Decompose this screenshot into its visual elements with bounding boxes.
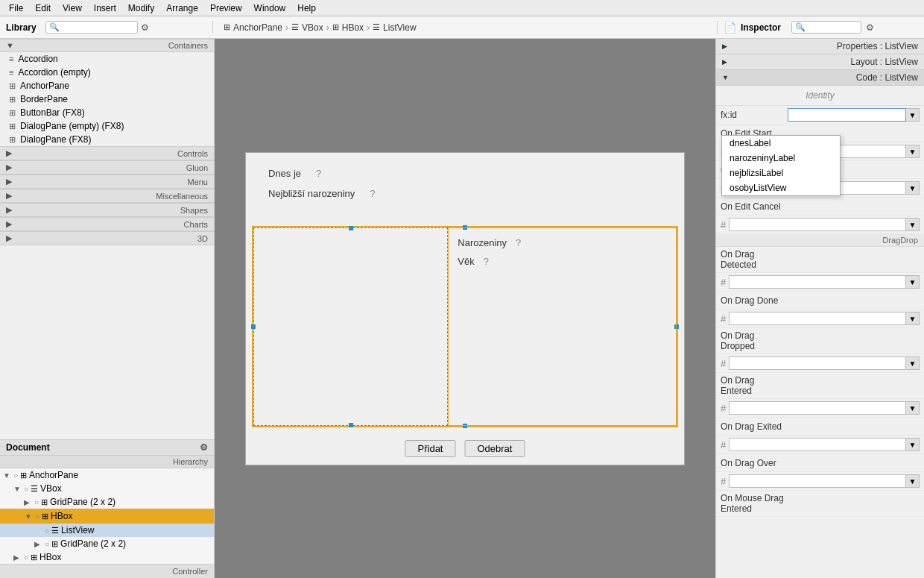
drag-detected-combo-group[interactable]: ▼ (729, 275, 920, 289)
section-3d[interactable]: ▶ 3D (0, 231, 214, 245)
drag-exited-combo-group[interactable]: ▼ (729, 438, 920, 451)
drag-entered-arrow[interactable]: ▼ (906, 401, 920, 415)
drag-over-input[interactable] (729, 474, 906, 488)
drag-exited-hash: # (721, 439, 726, 450)
menu-preview[interactable]: Preview (204, 1, 248, 15)
edit-cancel-input-group[interactable]: ▼ (729, 218, 920, 231)
pridat-button[interactable]: Přidat (405, 440, 456, 457)
fxml-buttons: Přidat Odebrat (405, 440, 525, 457)
section-charts[interactable]: ▶ Charts (0, 217, 214, 231)
fxid-dropdown[interactable]: dnesLabel narozeninyLabel nejblizsiLabel… (721, 135, 841, 196)
fxid-combo[interactable]: ▼ (788, 108, 920, 122)
dropdown-item-narozeniny[interactable]: narozeninyLabel (722, 151, 840, 166)
vbox-expand-icon[interactable]: ▼ (13, 485, 24, 493)
tree-hbox2[interactable]: ▶ ○ ⊞ HBox (0, 550, 214, 564)
drag-dropped-combo-group[interactable]: ▼ (729, 356, 920, 370)
menu-window[interactable]: Window (248, 1, 292, 15)
grid2-expand-icon[interactable]: ▶ (34, 540, 45, 548)
on-drag-detected-row: On Drag Detected (716, 247, 924, 273)
library-scroll[interactable]: ▼ Containers ≡ Accordion ≡ Accordion (em… (0, 39, 214, 439)
drag-over-combo-group[interactable]: ▼ (729, 474, 920, 488)
section-menu[interactable]: ▶ Menu (0, 175, 214, 189)
hbox-expand-icon[interactable]: ▼ (25, 512, 35, 521)
dragdrop-header: DragDrop (716, 234, 924, 247)
menu-insert[interactable]: Insert (88, 1, 122, 15)
drag-dropped-input[interactable] (729, 356, 906, 370)
inspector-search-input[interactable] (806, 23, 858, 32)
left-panel: ▼ Containers ≡ Accordion ≡ Accordion (em… (0, 39, 215, 578)
menu-label: Menu (187, 178, 208, 186)
tree-hbox[interactable]: ▼ ○ ⊞ HBox (0, 509, 214, 524)
odebrat-button[interactable]: Odebrat (464, 440, 525, 457)
anchor-expand-icon[interactable]: ▼ (3, 471, 13, 480)
drag-detected-arrow[interactable]: ▼ (906, 275, 920, 289)
breadcrumb-listview[interactable]: ListView (383, 22, 416, 33)
breadcrumb-anchorpane[interactable]: AnchorPane (233, 22, 282, 33)
on-drag-dropped-row: On Drag Dropped (716, 328, 924, 354)
tree-vbox[interactable]: ▼ ○ ☰ VBox (0, 482, 214, 495)
item-borderpane[interactable]: ⊞ BorderPane (0, 92, 214, 106)
section-miscellaneous[interactable]: ▶ Miscellaneous (0, 189, 214, 203)
grid2-circle-icon: ○ (45, 540, 49, 548)
drag-done-arrow[interactable]: ▼ (906, 312, 920, 325)
tree-gridpane1[interactable]: ▶ ○ ⊞ GridPane (2 x 2) (0, 495, 214, 509)
fxid-input[interactable] (788, 108, 906, 122)
menu-edit[interactable]: Edit (29, 1, 57, 15)
grid1-expand-icon[interactable]: ▶ (24, 498, 34, 506)
dropdown-item-nejblizsi[interactable]: nejblizsiLabel (722, 166, 840, 180)
canvas-narozeniny-val: ? (516, 237, 521, 248)
breadcrumb-hbox[interactable]: HBox (342, 22, 364, 33)
item-anchorpane[interactable]: ⊞ AnchorPane (0, 79, 214, 92)
inspector-properties-section[interactable]: ▶ Properties : ListView (716, 39, 924, 54)
drag-entered-combo-group[interactable]: ▼ (729, 401, 920, 415)
item-accordion[interactable]: ≡ Accordion (0, 52, 214, 66)
lv-handle-top (349, 226, 353, 230)
section-controls[interactable]: ▶ Controls (0, 146, 214, 160)
edit-commit-arrow[interactable]: ▼ (906, 181, 920, 195)
tree-gridpane2[interactable]: ▶ ○ ⊞ GridPane (2 x 2) (0, 537, 214, 550)
drag-detected-input[interactable] (729, 275, 906, 289)
drag-over-arrow[interactable]: ▼ (906, 474, 920, 488)
drag-exited-input[interactable] (729, 438, 906, 451)
edit-cancel-arrow[interactable]: ▼ (906, 218, 920, 231)
right-panel: ▶ Properties : ListView ▶ Layout : ListV… (715, 39, 924, 578)
tree-anchorpane[interactable]: ▼ ○ ⊞ AnchorPane (0, 468, 214, 482)
inspector-code-section[interactable]: ▼ Code : ListView (716, 70, 924, 86)
fxid-dropdown-arrow[interactable]: ▼ (906, 108, 920, 122)
inspector-gear-icon[interactable]: ⚙ (866, 22, 874, 33)
section-containers[interactable]: ▼ Containers (0, 39, 214, 52)
tree-listview[interactable]: ○ ☰ ListView (0, 524, 214, 537)
inspector-search-box[interactable]: 🔍 (791, 21, 861, 34)
menu-help[interactable]: Help (291, 1, 322, 15)
drag-dropped-arrow[interactable]: ▼ (906, 356, 920, 370)
menu-view[interactable]: View (57, 1, 88, 15)
menu-modify[interactable]: Modify (122, 1, 160, 15)
item-dialogpane[interactable]: ⊞ DialogPane (FX8) (0, 133, 214, 146)
anchorpane-icon: ⊞ (9, 81, 16, 91)
drag-done-combo-group[interactable]: ▼ (729, 312, 920, 325)
document-gear-icon[interactable]: ⚙ (200, 442, 208, 453)
drag-exited-arrow[interactable]: ▼ (906, 438, 920, 451)
library-search-box[interactable]: 🔍 (45, 21, 138, 34)
edit-cancel-input[interactable] (729, 218, 906, 231)
library-search-input[interactable] (60, 23, 134, 32)
drag-entered-input[interactable] (729, 401, 906, 415)
section-shapes[interactable]: ▶ Shapes (0, 203, 214, 217)
item-dialogpane-empty[interactable]: ⊞ DialogPane (empty) (FX8) (0, 119, 214, 133)
controls-expand: ▶ (6, 148, 12, 158)
inspector-layout-section[interactable]: ▶ Layout : ListView (716, 54, 924, 70)
item-buttonbar[interactable]: ⊞ ButtonBar (FX8) (0, 106, 214, 119)
section-gluon[interactable]: ▶ Gluon (0, 160, 214, 175)
dropdown-item-dnes[interactable]: dnesLabel (722, 136, 840, 151)
menu-file[interactable]: File (3, 1, 29, 15)
menu-arrange[interactable]: Arrange (160, 1, 204, 15)
breadcrumb-vbox[interactable]: VBox (302, 22, 323, 33)
drag-over-label: On Drag Over (721, 458, 788, 468)
3d-label: 3D (197, 234, 208, 243)
drag-done-input[interactable] (729, 312, 906, 325)
item-accordion-empty[interactable]: ≡ Accordion (empty) (0, 66, 214, 79)
hbox2-expand-icon[interactable]: ▶ (13, 553, 24, 562)
library-gear-icon[interactable]: ⚙ (141, 22, 149, 33)
dropdown-item-osoby[interactable]: osobyListView (722, 180, 840, 195)
edit-start-arrow[interactable]: ▼ (906, 145, 920, 158)
